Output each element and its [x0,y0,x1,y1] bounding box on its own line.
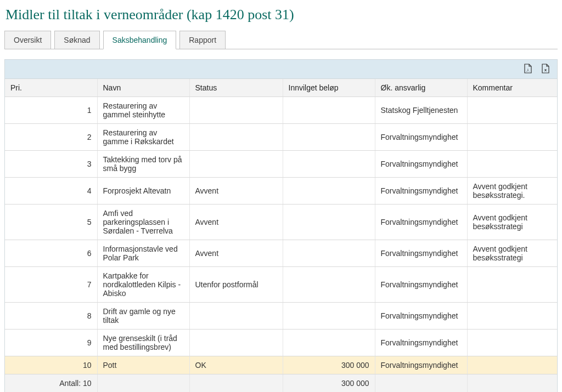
cell-ok: Statskog Fjelltjenesten [375,97,467,124]
col-header-ok[interactable]: Øk. ansvarlig [375,79,467,97]
cell-pri: 8 [5,303,97,329]
tab-row: Oversikt Søknad Saksbehandling Rapport [4,31,558,49]
footer-total: 300 000 [283,374,375,393]
cell-pri: 5 [5,204,97,240]
pdf-icon: 人 [524,64,532,75]
cell-navn: Pott [97,356,189,374]
cell-navn: Kartpakke for nordkalottleden Kilpis - A… [97,267,189,303]
cell-belop: 300 000 [283,356,375,374]
cell-kommentar: Avvent godkjent besøksstrategi [467,204,557,240]
cell-status: OK [189,356,283,374]
footer-cell [467,374,557,393]
cell-belop [283,303,375,329]
table-row[interactable]: 4Forprosjekt AltevatnAvventForvaltningsm… [5,178,557,204]
table-row[interactable]: 2Restaurering av gamme i RøkskardetForva… [5,124,557,151]
cell-ok: Forvaltningsmyndighet [375,178,467,204]
panel: 人 x Pri. Navn Status Innvilget beløp [4,59,558,392]
table-header-row: Pri. Navn Status Innvilget beløp Øk. ans… [5,79,557,97]
export-excel-button[interactable]: x [541,64,550,74]
cell-pri: 1 [5,97,97,124]
cell-belop [283,329,375,356]
export-pdf-button[interactable]: 人 [523,64,533,74]
cell-pri: 6 [5,240,97,267]
col-header-kommentar[interactable]: Kommentar [467,79,557,97]
cell-pri: 10 [5,356,97,374]
cell-kommentar [467,329,557,356]
cell-belop [283,240,375,267]
footer-cell [97,374,189,393]
cell-pri: 2 [5,124,97,151]
cell-status: Avvent [189,178,283,204]
cell-status: Avvent [189,240,283,267]
cell-pri: 7 [5,267,97,303]
cell-navn: Drift av gamle og nye tiltak [97,303,189,329]
panel-toolbar: 人 x [5,60,557,79]
cell-kommentar: Avvent godkjent besøksstrategi. [467,178,557,204]
cell-ok: Forvaltningsmyndighet [375,303,467,329]
cell-ok: Forvaltningsmyndighet [375,124,467,151]
data-table: Pri. Navn Status Innvilget beløp Øk. ans… [5,79,557,392]
cell-status [189,151,283,178]
col-header-belop[interactable]: Innvilget beløp [283,79,375,97]
cell-ok: Forvaltningsmyndighet [375,356,467,374]
cell-kommentar: Avvent godkjent besøksstrategi [467,240,557,267]
cell-status [189,97,283,124]
table-row[interactable]: 6Informasjonstavle ved Polar ParkAvventF… [5,240,557,267]
table-row[interactable]: 3Taktekking med torv på små byggForvaltn… [5,151,557,178]
svg-text:x: x [544,67,547,72]
cell-kommentar [467,303,557,329]
cell-navn: Amfi ved parkeringsplassen i Sørdalen - … [97,204,189,240]
cell-pri: 9 [5,329,97,356]
cell-status [189,329,283,356]
cell-ok: Forvaltningsmyndighet [375,329,467,356]
cell-status: Utenfor postformål [189,267,283,303]
svg-text:人: 人 [526,68,530,71]
col-header-navn[interactable]: Navn [97,79,189,97]
tab-soknad[interactable]: Søknad [54,31,99,49]
cell-kommentar [467,267,557,303]
table-row[interactable]: 5Amfi ved parkeringsplassen i Sørdalen -… [5,204,557,240]
footer-cell [375,374,467,393]
table-row[interactable]: 1Restaurering av gammel steinhytteStatsk… [5,97,557,124]
excel-icon: x [541,64,550,75]
tab-saksbehandling[interactable]: Saksbehandling [103,31,177,49]
table-row[interactable]: 8Drift av gamle og nye tiltakForvaltning… [5,303,557,329]
cell-belop [283,267,375,303]
cell-navn: Restaurering av gammel steinhytte [97,97,189,124]
cell-belop [283,204,375,240]
cell-ok: Forvaltningsmyndighet [375,151,467,178]
table-row[interactable]: 9Nye grenseskilt (i tråd med bestillings… [5,329,557,356]
cell-navn: Informasjonstavle ved Polar Park [97,240,189,267]
cell-belop [283,97,375,124]
cell-ok: Forvaltningsmyndighet [375,267,467,303]
cell-navn: Nye grenseskilt (i tråd med bestillingsb… [97,329,189,356]
cell-belop [283,151,375,178]
table-footer-row: Antall: 10 300 000 [5,374,557,393]
cell-pri: 4 [5,178,97,204]
cell-status [189,303,283,329]
footer-cell [189,374,283,393]
tab-oversikt[interactable]: Oversikt [4,31,51,49]
cell-status [189,124,283,151]
cell-belop [283,124,375,151]
col-header-pri[interactable]: Pri. [5,79,97,97]
cell-navn: Restaurering av gamme i Røkskardet [97,124,189,151]
table-row[interactable]: 7Kartpakke for nordkalottleden Kilpis - … [5,267,557,303]
cell-kommentar [467,356,557,374]
footer-count: Antall: 10 [5,374,97,393]
cell-kommentar [467,151,557,178]
cell-status: Avvent [189,204,283,240]
table-row[interactable]: 10PottOK300 000Forvaltningsmyndighet [5,356,557,374]
cell-navn: Forprosjekt Altevatn [97,178,189,204]
cell-kommentar [467,124,557,151]
col-header-status[interactable]: Status [189,79,283,97]
page-title: Midler til tiltak i verneområder (kap 14… [5,7,558,23]
cell-navn: Taktekking med torv på små bygg [97,151,189,178]
tab-rapport[interactable]: Rapport [179,31,226,49]
cell-belop [283,178,375,204]
cell-ok: Forvaltningsmyndighet [375,204,467,240]
cell-pri: 3 [5,151,97,178]
cell-ok: Forvaltningsmyndighet [375,240,467,267]
cell-kommentar [467,97,557,124]
